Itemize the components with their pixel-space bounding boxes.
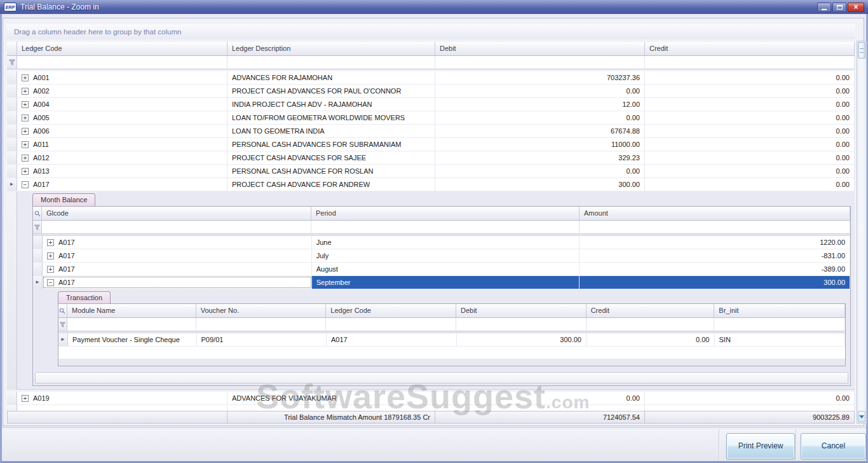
filter-cell-voucher[interactable] [196, 318, 327, 331]
glcode: A017 [58, 252, 75, 259]
vertical-scrollbar[interactable] [857, 41, 867, 424]
filter-funnel-icon[interactable] [33, 221, 42, 234]
expand-icon[interactable]: + [22, 155, 29, 162]
column-header-period[interactable]: Period [311, 207, 580, 221]
debit-value: 300.00 [457, 333, 587, 346]
filter-cell-code[interactable] [17, 56, 227, 69]
column-header-credit[interactable]: Credit [645, 42, 855, 56]
ledger-row-a017[interactable]: ► −A017 PROJECT CASH ADVANCE FOR ANDREW … [7, 178, 855, 191]
expand-icon[interactable]: + [47, 252, 54, 259]
filter-cell-glcode[interactable] [42, 221, 311, 234]
debit-value: 329.23 [435, 151, 645, 164]
transaction-row[interactable]: ► Payment Voucher - Single Cheque P09/01… [58, 333, 845, 347]
window-title: Trial Balance - Zoom in [20, 3, 99, 11]
debit-value: 0.00 [435, 392, 645, 404]
ledger-description: PERSONAL CASH ADVANCE FOR ROSLAN [227, 165, 435, 177]
main-grid-rows: +A001 ADVANCES FOR RAJAMOHAN 703237.36 0… [7, 71, 855, 191]
minimize-icon[interactable] [817, 3, 831, 12]
detail-empty-strip [35, 372, 848, 384]
expand-icon[interactable]: + [22, 114, 29, 121]
ledger-description: ADVANCES FOR RAJAMOHAN [227, 71, 435, 84]
expand-icon[interactable]: + [47, 266, 54, 273]
row-indicator [33, 249, 43, 262]
app-icon: ERP [4, 3, 17, 11]
column-header-debit[interactable]: Debit [456, 304, 587, 318]
ledger-row-a011[interactable]: +A011 PERSONAL CASH ADVANCES FOR SUBRAMA… [7, 138, 855, 151]
month-row-september-selected[interactable]: ► −A017 September 300.00 [33, 276, 850, 289]
ledger-row-a013[interactable]: +A013 PERSONAL CASH ADVANCE FOR ROSLAN 0… [7, 165, 855, 178]
ledger-row-a012[interactable]: +A012 PROJECT CASH ADVANCES FOR SAJEE 32… [7, 151, 855, 165]
ledger-description: PERSONAL CASH ADVANCES FOR SUBRAMANIAM [227, 138, 435, 151]
scrollbar-thumb[interactable] [858, 42, 865, 59]
column-header-credit[interactable]: Credit [587, 304, 715, 318]
scroll-down-icon[interactable] [858, 411, 865, 422]
row-indicator [7, 98, 17, 111]
expand-icon[interactable]: + [22, 101, 29, 108]
filter-cell-module[interactable] [67, 318, 196, 331]
month-row-august[interactable]: +A017 August -389.00 [33, 263, 850, 276]
close-icon[interactable]: × [848, 3, 864, 12]
cancel-button[interactable]: Cancel [801, 433, 866, 459]
maximize-icon[interactable] [832, 3, 846, 12]
column-header-ledger-code[interactable]: Ledger Code [326, 304, 456, 318]
column-header-ledger-description[interactable]: Ledger Description [227, 42, 435, 56]
ledger-row-a002[interactable]: +A002 PROJECT CASH ADVANCES FOR PAUL O'C… [7, 85, 855, 98]
filter-cell-credit[interactable] [645, 56, 855, 69]
amount: -389.00 [580, 263, 850, 275]
expand-icon[interactable]: + [22, 141, 29, 148]
detail-indicator-column [7, 191, 17, 390]
filter-cell-debit[interactable] [456, 318, 587, 331]
row-indicator [33, 263, 43, 275]
credit-value: 0.00 [587, 333, 715, 346]
month-row-june[interactable]: +A017 June 1220.00 [33, 236, 850, 249]
ledger-row-a001[interactable]: +A001 ADVANCES FOR RAJAMOHAN 703237.36 0… [7, 71, 855, 85]
debit-value: 300.00 [435, 178, 645, 191]
expand-icon[interactable]: + [22, 128, 29, 135]
ledger-row-a006[interactable]: +A006 LOAN TO GEOMETRA INDIA 67674.88 0.… [7, 125, 855, 138]
row-indicator [7, 71, 17, 84]
filter-funnel-icon[interactable] [58, 318, 67, 331]
column-header-glcode[interactable]: Glcode [42, 207, 311, 221]
filter-cell-credit[interactable] [587, 318, 715, 331]
column-header-br-init[interactable]: Br_init [714, 304, 845, 318]
tab-transaction[interactable]: Transaction [58, 291, 111, 303]
button-bar: Print Preview Cancel [2, 427, 866, 461]
ledger-code: A005 [33, 114, 50, 121]
ledger-row-a004[interactable]: +A004 INDIA PROJECT CASH ADV - RAJAMOHAN… [7, 98, 855, 111]
print-preview-button[interactable]: Print Preview [726, 433, 795, 459]
column-header-voucher-no[interactable]: Voucher No. [196, 304, 327, 318]
filter-cell-br-init[interactable] [714, 318, 845, 331]
ledger-row-a019[interactable]: +A019 ADVANCES FOR VIJAYAKUMAR 0.00 0.00 [7, 392, 855, 405]
search-icon[interactable] [58, 304, 67, 318]
ledger-code: A017 [327, 333, 457, 346]
tab-month-balance[interactable]: Month Balance [32, 193, 95, 206]
filter-cell-debit[interactable] [435, 56, 645, 69]
glcode: A017 [58, 238, 75, 246]
column-header-amount[interactable]: Amount [580, 207, 850, 221]
ledger-code: A019 [33, 394, 50, 402]
filter-cell-ledger[interactable] [326, 318, 456, 331]
expand-icon[interactable]: + [22, 395, 29, 402]
column-header-ledger-code[interactable]: Ledger Code [17, 42, 227, 56]
period: June [312, 236, 580, 249]
row-indicator [7, 165, 17, 177]
filter-cell-period[interactable] [311, 221, 580, 234]
filter-cell-amount[interactable] [580, 221, 850, 234]
expand-icon[interactable]: + [22, 168, 29, 175]
search-icon[interactable] [33, 207, 42, 221]
column-header-module-name[interactable]: Module Name [67, 304, 196, 318]
column-header-debit[interactable]: Debit [435, 42, 645, 56]
expand-icon[interactable]: + [22, 88, 29, 95]
filter-funnel-icon[interactable] [7, 56, 17, 69]
expand-icon[interactable]: + [47, 239, 54, 246]
ledger-row-a005[interactable]: +A005 LOAN TO/FROM GEOMETRA WORLDWIDE MO… [7, 111, 855, 125]
credit-value: 0.00 [645, 178, 855, 191]
collapse-icon[interactable]: − [47, 279, 54, 286]
expand-icon[interactable]: + [22, 74, 29, 81]
credit-total: 9003225.89 [645, 411, 855, 424]
filter-cell-description[interactable] [227, 56, 435, 69]
group-by-bar[interactable]: Drag a column header here to group by th… [6, 24, 855, 39]
month-row-july[interactable]: +A017 July -831.00 [33, 249, 850, 263]
collapse-icon[interactable]: − [22, 181, 29, 188]
credit-value: 0.00 [645, 165, 855, 177]
